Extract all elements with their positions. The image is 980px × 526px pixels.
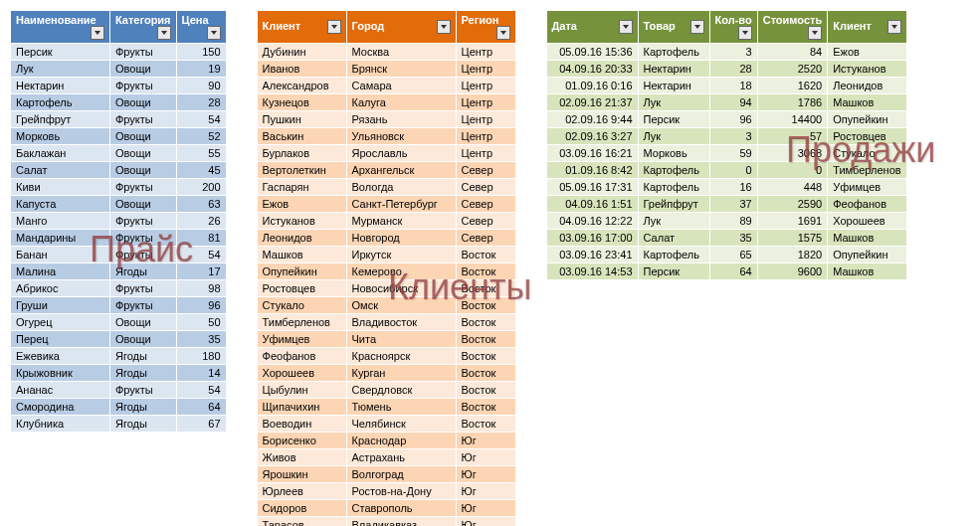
cell: Москва [346, 44, 456, 61]
cell: Овощи [110, 145, 177, 162]
table-row: 01.09.16 8:42Картофель00Тимберленов [546, 162, 907, 179]
cell: 54 [176, 382, 226, 399]
filter-dropdown-icon[interactable] [157, 26, 171, 40]
table-row: ИстукановМурманскСевер [257, 213, 515, 230]
cell: Машков [828, 263, 907, 280]
cell: Юг [456, 449, 515, 466]
table-row: МашковИркутскВосток [257, 247, 515, 263]
sales-col-4[interactable]: Клиент [828, 11, 907, 44]
cell: 67 [176, 416, 226, 433]
cell: Волгоград [346, 466, 456, 483]
filter-dropdown-icon[interactable] [496, 26, 510, 40]
cell: Бурлаков [257, 145, 346, 162]
cell: Владивосток [346, 314, 456, 331]
sales-col-3[interactable]: Стоимость [757, 11, 828, 44]
table-row: ТарасовВладикавказЮг [257, 517, 515, 527]
cell: Восток [456, 331, 515, 348]
price-col-2[interactable]: Цена [176, 11, 226, 44]
cell: Юг [456, 500, 515, 517]
filter-dropdown-icon[interactable] [887, 20, 901, 34]
table-row: КузнецовКалугаЦентр [257, 94, 515, 111]
cell: Пушкин [257, 111, 346, 128]
price-col-1[interactable]: Категория [110, 11, 177, 44]
clients-col-0[interactable]: Клиент [257, 11, 346, 44]
cell: Лук [11, 61, 110, 78]
cell: Астрахань [346, 449, 456, 466]
cell: Курган [346, 365, 456, 382]
cell: Огурец [11, 314, 110, 331]
cell: Нектарин [11, 78, 110, 94]
cell: 52 [176, 128, 226, 145]
cell: Тимберленов [828, 162, 907, 179]
price-col-0[interactable]: Наименование [11, 11, 110, 44]
header-label: Товар [644, 20, 676, 32]
cell: 54 [176, 111, 226, 128]
sales-col-2[interactable]: Кол-во [709, 11, 757, 44]
cell: Дубинин [257, 44, 346, 61]
cell: 96 [709, 111, 757, 128]
cell: 35 [709, 230, 757, 247]
table-row: НектаринФрукты90 [11, 78, 227, 94]
cell: 37 [709, 196, 757, 213]
cell: Стукало [257, 297, 346, 314]
cell: 03.09.16 16:21 [546, 145, 638, 162]
filter-dropdown-icon[interactable] [207, 26, 221, 40]
header-label: Регион [462, 14, 499, 26]
clients-col-1[interactable]: Город [346, 11, 456, 44]
cell: 448 [757, 179, 828, 196]
cell: Уфимцев [828, 179, 907, 196]
cell: Манго [11, 213, 110, 230]
filter-dropdown-icon[interactable] [808, 26, 822, 40]
cell: Рязань [346, 111, 456, 128]
cell: Восток [456, 382, 515, 399]
cell: Лук [638, 213, 709, 230]
sales-col-0[interactable]: Дата [546, 11, 638, 44]
cell: 98 [176, 280, 226, 297]
clients-col-2[interactable]: Регион [456, 11, 515, 44]
cell: Машков [828, 94, 907, 111]
cell: Новосибирск [346, 280, 456, 297]
cell: 55 [176, 145, 226, 162]
table-row: ГаспарянВологдаСевер [257, 179, 515, 196]
filter-dropdown-icon[interactable] [738, 26, 752, 40]
table-row: ОпупейкинКемеровоВосток [257, 263, 515, 280]
cell: Смородина [11, 399, 110, 416]
table-row: ГрушиФрукты96 [11, 297, 227, 314]
cell: Ростов-на-Дону [346, 483, 456, 500]
table-row: АнанасФрукты54 [11, 382, 227, 399]
cell: 04.09.16 20:33 [546, 61, 638, 78]
table-row: ОгурецОвощи50 [11, 314, 227, 331]
table-row: КапустаОвощи63 [11, 196, 227, 213]
cell: Красноярск [346, 348, 456, 365]
cell: Цыбулин [257, 382, 346, 399]
cell: Фрукты [110, 78, 177, 94]
cell: Омск [346, 297, 456, 314]
cell: Борисенко [257, 433, 346, 449]
cell: Хорошеев [257, 365, 346, 382]
cell: 1691 [757, 213, 828, 230]
cell: Центр [456, 61, 515, 78]
cell: 150 [176, 44, 226, 61]
clients-table: КлиентГородРегион ДубининМоскваЦентрИван… [257, 10, 516, 526]
sales-col-1[interactable]: Товар [638, 11, 709, 44]
cell: 3068 [757, 145, 828, 162]
cell: Леонидов [828, 78, 907, 94]
table-row: ЖивовАстраханьЮг [257, 449, 515, 466]
filter-dropdown-icon[interactable] [437, 20, 451, 34]
cell: Живов [257, 449, 346, 466]
cell: Нектарин [638, 78, 709, 94]
cell: Овощи [110, 128, 177, 145]
cell: Абрикос [11, 280, 110, 297]
filter-dropdown-icon[interactable] [619, 20, 633, 34]
cell: Истуканов [257, 213, 346, 230]
filter-dropdown-icon[interactable] [690, 20, 704, 34]
cell: Малина [11, 263, 110, 280]
tables-wrapper: НаименованиеКатегорияЦена ПерсикФрукты15… [10, 10, 970, 526]
cell: Клубника [11, 416, 110, 433]
table-row: ВоеводинЧелябинскВосток [257, 416, 515, 433]
filter-dropdown-icon[interactable] [91, 26, 104, 40]
cell: 02.09.16 21:37 [546, 94, 638, 111]
filter-dropdown-icon[interactable] [327, 20, 341, 34]
table-row: ЩипачихинТюменьВосток [257, 399, 515, 416]
header-label: Город [352, 20, 385, 32]
